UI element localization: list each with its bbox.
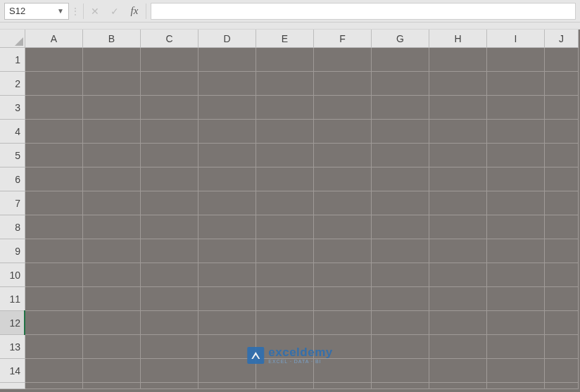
cell[interactable] bbox=[198, 383, 256, 389]
cell[interactable] bbox=[314, 72, 372, 96]
cell[interactable] bbox=[256, 383, 314, 389]
row-header[interactable]: 10 bbox=[0, 263, 25, 287]
cell[interactable] bbox=[487, 335, 545, 359]
row-header[interactable]: 6 bbox=[0, 167, 25, 191]
cell[interactable] bbox=[429, 359, 487, 383]
cell[interactable] bbox=[487, 359, 545, 383]
cell[interactable] bbox=[429, 239, 487, 263]
cell[interactable] bbox=[83, 359, 141, 383]
column-header[interactable]: C bbox=[141, 30, 198, 48]
column-header[interactable]: H bbox=[429, 30, 487, 48]
cell[interactable] bbox=[83, 335, 141, 359]
cell[interactable] bbox=[314, 263, 372, 287]
cell[interactable] bbox=[545, 335, 579, 359]
cell[interactable] bbox=[141, 287, 198, 311]
cell[interactable] bbox=[314, 383, 372, 389]
cell[interactable] bbox=[25, 96, 83, 120]
cell[interactable] bbox=[487, 120, 545, 144]
cell[interactable] bbox=[372, 263, 429, 287]
cell[interactable] bbox=[429, 263, 487, 287]
cell[interactable] bbox=[83, 383, 141, 389]
cell[interactable] bbox=[83, 167, 141, 191]
cell[interactable] bbox=[25, 335, 83, 359]
cell[interactable] bbox=[429, 383, 487, 389]
cell[interactable] bbox=[83, 48, 141, 72]
row-header[interactable]: 2 bbox=[0, 72, 25, 96]
cell[interactable] bbox=[141, 263, 198, 287]
cell[interactable] bbox=[83, 239, 141, 263]
cell[interactable] bbox=[256, 96, 314, 120]
cell[interactable] bbox=[314, 287, 372, 311]
cell[interactable] bbox=[141, 191, 198, 215]
cell[interactable] bbox=[372, 311, 429, 335]
cell[interactable] bbox=[487, 287, 545, 311]
cell[interactable] bbox=[141, 311, 198, 335]
cell[interactable] bbox=[141, 215, 198, 239]
cell[interactable] bbox=[545, 383, 579, 389]
cell[interactable] bbox=[429, 96, 487, 120]
name-box[interactable]: S12 ▼ bbox=[4, 3, 69, 20]
insert-function-button[interactable]: fx bbox=[125, 3, 144, 20]
cell[interactable] bbox=[25, 287, 83, 311]
cell[interactable] bbox=[198, 287, 256, 311]
cell[interactable] bbox=[429, 48, 487, 72]
row-header[interactable]: 3 bbox=[0, 96, 25, 120]
cell[interactable] bbox=[256, 120, 314, 144]
row-header[interactable]: 8 bbox=[0, 215, 25, 239]
cell[interactable] bbox=[314, 215, 372, 239]
cell[interactable] bbox=[256, 144, 314, 167]
cell[interactable] bbox=[429, 191, 487, 215]
cell[interactable] bbox=[545, 144, 579, 167]
cell[interactable] bbox=[372, 144, 429, 167]
cell[interactable] bbox=[372, 335, 429, 359]
cell[interactable] bbox=[198, 191, 256, 215]
cell[interactable] bbox=[83, 72, 141, 96]
cell[interactable] bbox=[25, 311, 83, 335]
cell[interactable] bbox=[545, 167, 579, 191]
column-header[interactable]: B bbox=[83, 30, 141, 48]
cell[interactable] bbox=[256, 311, 314, 335]
row-header[interactable]: 7 bbox=[0, 191, 25, 215]
row-header[interactable]: 5 bbox=[0, 144, 25, 167]
cell[interactable] bbox=[429, 287, 487, 311]
cell[interactable] bbox=[545, 48, 579, 72]
cell[interactable] bbox=[83, 263, 141, 287]
column-header[interactable]: A bbox=[25, 30, 83, 48]
cell[interactable] bbox=[487, 383, 545, 389]
cell[interactable] bbox=[141, 167, 198, 191]
enter-button[interactable]: ✓ bbox=[105, 3, 125, 20]
cell[interactable] bbox=[256, 239, 314, 263]
cell[interactable] bbox=[429, 72, 487, 96]
cell[interactable] bbox=[25, 263, 83, 287]
cell[interactable] bbox=[429, 120, 487, 144]
cell[interactable] bbox=[198, 239, 256, 263]
column-header[interactable]: G bbox=[372, 30, 429, 48]
cells-area[interactable] bbox=[25, 48, 580, 392]
cell[interactable] bbox=[141, 120, 198, 144]
cell[interactable] bbox=[429, 335, 487, 359]
cell[interactable] bbox=[545, 359, 579, 383]
cell[interactable] bbox=[429, 311, 487, 335]
cell[interactable] bbox=[487, 311, 545, 335]
chevron-down-icon[interactable]: ▼ bbox=[57, 7, 64, 15]
cell[interactable] bbox=[141, 96, 198, 120]
cell[interactable] bbox=[314, 120, 372, 144]
cell[interactable] bbox=[25, 120, 83, 144]
cell[interactable] bbox=[545, 72, 579, 96]
select-all-corner[interactable] bbox=[0, 30, 25, 48]
cell[interactable] bbox=[545, 311, 579, 335]
column-header[interactable]: I bbox=[487, 30, 545, 48]
column-header[interactable]: E bbox=[256, 30, 314, 48]
cell[interactable] bbox=[25, 48, 83, 72]
cell[interactable] bbox=[198, 72, 256, 96]
cell[interactable] bbox=[25, 383, 83, 389]
cell[interactable] bbox=[141, 359, 198, 383]
cell[interactable] bbox=[545, 120, 579, 144]
cell[interactable] bbox=[314, 311, 372, 335]
cell[interactable] bbox=[198, 263, 256, 287]
cell[interactable] bbox=[83, 96, 141, 120]
formula-input[interactable] bbox=[151, 3, 576, 20]
cell[interactable] bbox=[198, 311, 256, 335]
cell[interactable] bbox=[83, 120, 141, 144]
cell[interactable] bbox=[141, 383, 198, 389]
